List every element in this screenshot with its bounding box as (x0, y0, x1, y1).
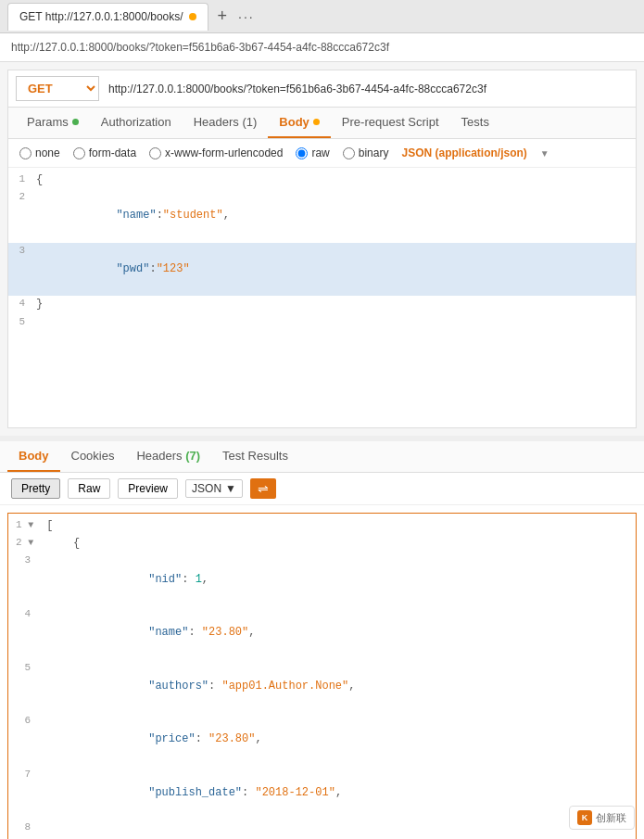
format-raw[interactable]: raw (296, 146, 329, 159)
request-body-editor[interactable]: 1 { 2 "name":"student", 3 "pwd":"123" 4 … (8, 168, 636, 427)
tab-bar: GET http://127.0.0.1:8000/books/ + ··· (0, 0, 644, 33)
response-tab-body[interactable]: Body (7, 441, 60, 472)
request-area: GET POST PUT DELETE Params Authorization… (7, 70, 637, 428)
tab-authorization[interactable]: Authorization (90, 108, 183, 138)
preview-btn[interactable]: Preview (118, 478, 178, 499)
tab-headers[interactable]: Headers (1) (183, 108, 269, 138)
tab-tests[interactable]: Tests (450, 108, 500, 138)
tab-pre-request-script[interactable]: Pre-request Script (331, 108, 450, 138)
response-code: 1 ▼ [ 2 ▼ { 3 "nid": 1, 4 "name": "23.80… (7, 513, 637, 839)
more-tabs-button[interactable]: ··· (233, 9, 260, 24)
format-urlencoded[interactable]: x-www-form-urlencoded (149, 146, 283, 159)
response-format-row: Pretty Raw Preview JSON ▼ ⇌ (0, 473, 644, 505)
response-tab-test-results[interactable]: Test Results (211, 441, 299, 472)
format-form-data[interactable]: form-data (73, 146, 136, 159)
response-section: Body Cookies Headers (7) Test Results Pr… (0, 436, 644, 839)
url-input[interactable] (105, 79, 628, 99)
json-type-dropdown[interactable]: ▼ (540, 148, 549, 159)
body-format-row: none form-data x-www-form-urlencoded raw… (8, 139, 636, 168)
code-line-3: 3 "pwd":"123" (8, 243, 636, 297)
resp-line-7: 7 "publish_date": "2018-12-01", (8, 767, 636, 820)
code-line-1: 1 { (8, 172, 636, 189)
add-tab-button[interactable]: + (212, 6, 234, 26)
raw-btn[interactable]: Raw (68, 478, 110, 499)
format-binary[interactable]: binary (343, 146, 389, 159)
wrap-button[interactable]: ⇌ (250, 478, 276, 499)
format-none[interactable]: none (19, 146, 60, 159)
pretty-btn[interactable]: Pretty (11, 478, 60, 499)
json-type-label[interactable]: JSON (application/json) (401, 146, 526, 159)
response-tabs: Body Cookies Headers (7) Test Results (0, 441, 644, 473)
tab-params[interactable]: Params (16, 108, 90, 138)
resp-line-8: 8 "publish": 1 (8, 820, 636, 839)
request-bar: GET POST PUT DELETE (8, 70, 636, 108)
code-line-5: 5 (8, 314, 636, 332)
response-tab-cookies[interactable]: Cookies (60, 441, 126, 472)
resp-line-2: 2 ▼ { (8, 535, 636, 553)
tab-body[interactable]: Body (268, 108, 331, 138)
code-line-2: 2 "name":"student", (8, 189, 636, 243)
tab-label: GET http://127.0.0.1:8000/books/ (19, 10, 183, 23)
watermark-icon: K (577, 810, 592, 825)
method-select[interactable]: GET POST PUT DELETE (16, 76, 99, 101)
params-dot (72, 119, 79, 125)
json-type-select[interactable]: JSON ▼ (185, 479, 243, 498)
body-dot (313, 119, 320, 125)
resp-line-5: 5 "authors": "app01.Author.None", (8, 660, 636, 714)
resp-line-6: 6 "price": "23.80", (8, 713, 636, 767)
tab-dot (189, 13, 196, 20)
resp-line-1: 1 ▼ [ (8, 517, 636, 535)
response-tab-headers[interactable]: Headers (7) (125, 441, 211, 472)
watermark: K 创新联 (569, 806, 635, 830)
request-nav-tabs: Params Authorization Headers (1) Body Pr… (8, 108, 636, 139)
resp-line-3: 3 "nid": 1, (8, 553, 636, 606)
url-display: http://127.0.0.1:8000/books/?token=f561b… (0, 33, 644, 62)
resp-line-4: 4 "name": "23.80", (8, 606, 636, 660)
code-line-4: 4 } (8, 296, 636, 313)
request-tab[interactable]: GET http://127.0.0.1:8000/books/ (7, 3, 208, 31)
